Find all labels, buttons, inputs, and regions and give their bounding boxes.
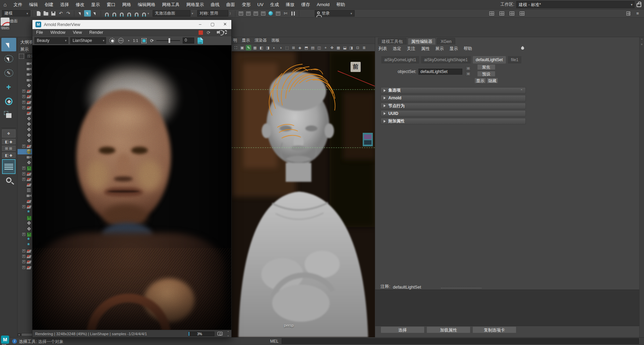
pause-viewport-icon[interactable] <box>290 10 297 17</box>
attribute-editor-menu-item[interactable]: 展示 <box>435 46 444 52</box>
lasso-select-tool[interactable] <box>1 52 16 66</box>
menu-item[interactable]: 编辑网格 <box>134 0 159 9</box>
active-surface-field[interactable]: 无激活曲面 <box>153 10 190 17</box>
wireframe-icon[interactable]: ◧ <box>259 45 264 50</box>
menu-set-dropdown[interactable]: 建模▾ <box>2 10 30 17</box>
grid-toggle-icon[interactable] <box>488 10 495 17</box>
viewport-menu-item[interactable]: 显示 <box>242 38 250 43</box>
expand-toggle-icon[interactable]: + <box>22 106 25 109</box>
panel-tab[interactable]: 建模工具包 <box>378 38 407 45</box>
select-hierarchy-icon[interactable] <box>92 10 98 17</box>
lock-camera-icon[interactable]: ▣ <box>239 45 245 50</box>
renderview-menu-item[interactable]: File <box>32 30 47 35</box>
attribute-editor-footer-button[interactable]: 复制选项卡 <box>472 326 516 333</box>
attribute-editor-menu-item[interactable]: 选定 <box>393 46 401 52</box>
rotate-tool[interactable] <box>1 95 16 108</box>
resolution-gate-icon[interactable]: ✥ <box>329 45 335 50</box>
stop-render-icon[interactable] <box>199 30 203 35</box>
home-icon[interactable]: ⌂ <box>0 2 10 7</box>
exposure-value-field[interactable]: 0 <box>183 38 194 44</box>
film-gate-icon[interactable] <box>498 10 505 17</box>
menu-item[interactable]: 播放 <box>282 0 298 9</box>
paint-select-tool[interactable]: ✎ <box>1 66 16 80</box>
surface-caret[interactable]: ▾ <box>192 12 194 15</box>
redo-icon[interactable]: ↷ <box>65 10 72 17</box>
node-tab[interactable]: defaultLightSet <box>473 56 506 64</box>
zoom-tool-icon[interactable] <box>6 177 11 183</box>
workspace-selector[interactable]: 建模 - 标准* ▾ <box>516 1 635 8</box>
menu-item[interactable]: Arnold <box>313 0 333 9</box>
filter-icon[interactable] <box>19 54 24 59</box>
snap-surface-icon[interactable] <box>140 10 147 17</box>
hypershade-icon[interactable] <box>275 10 282 17</box>
collapsible-section-header[interactable]: UUID <box>381 110 526 117</box>
close-button[interactable]: ✕ <box>219 20 231 29</box>
textured-icon[interactable]: ◐ <box>272 45 277 50</box>
lighting-icon[interactable]: ◑ <box>278 45 283 50</box>
ipr-render-icon[interactable] <box>245 10 252 17</box>
mel-label[interactable]: MEL <box>270 339 279 344</box>
menu-item[interactable]: 窗口 <box>103 0 119 9</box>
attribute-editor-menu-item[interactable]: 显示 <box>449 46 458 52</box>
shaded-icon[interactable]: ◨ <box>265 45 271 50</box>
viewport-menu-item[interactable]: 渲染器 <box>255 38 267 43</box>
alpha-pie-icon[interactable]: ◔ <box>127 38 130 43</box>
undo-icon[interactable]: ↶ <box>57 10 64 17</box>
menu-item[interactable]: 曲线 <box>207 0 223 9</box>
snap-curve-icon[interactable] <box>111 10 118 17</box>
collapsible-section-header[interactable]: 节点行为 <box>381 103 526 109</box>
menu-item[interactable]: 文件 <box>10 0 26 9</box>
menu-item[interactable]: 创建 <box>41 0 57 9</box>
panel-tab[interactable]: XGen <box>437 38 455 45</box>
aov-dropdown[interactable]: Beauty▾ <box>34 37 68 44</box>
snap-view-plane-icon[interactable] <box>133 10 140 17</box>
depth-of-field-icon[interactable]: ▤ <box>310 45 315 50</box>
log-display-icon[interactable] <box>198 38 203 44</box>
panel-layout-icon[interactable] <box>625 10 632 17</box>
save-scene-icon[interactable] <box>50 10 57 17</box>
motion-blur-icon[interactable]: ◈ <box>297 45 303 50</box>
expand-toggle-icon[interactable]: + <box>22 233 25 236</box>
render-settings-icon[interactable] <box>260 10 267 17</box>
collapsible-section-header[interactable]: 附加属性 <box>381 118 526 124</box>
expand-toggle-icon[interactable]: + <box>22 90 25 93</box>
snapshot-icon[interactable] <box>109 38 115 43</box>
sign-in-button[interactable]: 登录 ▾ <box>315 10 355 17</box>
menu-item[interactable]: UV <box>254 0 267 9</box>
symmetry-caret[interactable]: ⟩ <box>230 12 231 15</box>
symmetry-field[interactable]: 对称: 禁用 <box>197 10 228 17</box>
node-tab[interactable]: file1 <box>508 56 521 64</box>
pin-icon[interactable] <box>520 46 525 50</box>
xray-icon[interactable]: ⊡ <box>355 45 360 50</box>
menu-item[interactable]: 曲面 <box>223 0 238 9</box>
layout-pane-set-button[interactable]: ◧ ◆ <box>2 152 16 158</box>
collapsible-section-header[interactable]: Arnold <box>381 95 526 101</box>
notes-text-area[interactable] <box>375 290 644 326</box>
attribute-editor-menu-item[interactable]: 属性 <box>421 46 430 52</box>
region-crop-icon[interactable] <box>141 38 147 43</box>
objectset-value-field[interactable]: defaultLightSet <box>418 69 462 75</box>
snap-projected-center-icon[interactable] <box>126 10 132 17</box>
presets-button[interactable]: 预设 <box>477 71 495 77</box>
show-button[interactable]: 显示 <box>474 78 486 83</box>
camera-dropdown[interactable]: LianShape▾ <box>70 37 106 44</box>
settings-gear-icon[interactable] <box>223 30 227 34</box>
exposure-slider[interactable] <box>156 40 180 41</box>
safe-title-icon[interactable]: ◨ <box>349 45 354 50</box>
window-title-bar[interactable]: M Arnold RenderView – ▢ ✕ <box>32 20 231 29</box>
safe-action-icon[interactable]: ⬓ <box>342 45 347 50</box>
minimize-button[interactable]: – <box>194 20 206 29</box>
node-tab[interactable]: aiSkyDomeLightShape1 <box>421 56 471 64</box>
zoom-ratio-label[interactable]: 1:1 <box>133 39 138 43</box>
attribute-editor-menu-item[interactable]: 列表 <box>379 46 387 52</box>
expand-toggle-icon[interactable]: + <box>22 205 25 208</box>
expand-toggle-icon[interactable]: + <box>22 266 25 269</box>
menu-item[interactable]: 选择 <box>57 0 72 9</box>
resolution-gate-icon[interactable] <box>509 10 515 17</box>
shadows-icon[interactable]: ⬚ <box>284 45 290 50</box>
menu-item[interactable]: 网格 <box>119 0 134 9</box>
menu-item[interactable]: 网格工具 <box>159 0 183 9</box>
layout-four-pane-button[interactable]: ⊞ ⊞ <box>2 146 16 151</box>
screen-space-ao-icon[interactable]: ⊞ <box>291 45 296 50</box>
field-chart-icon[interactable]: ⌖ <box>323 45 328 50</box>
